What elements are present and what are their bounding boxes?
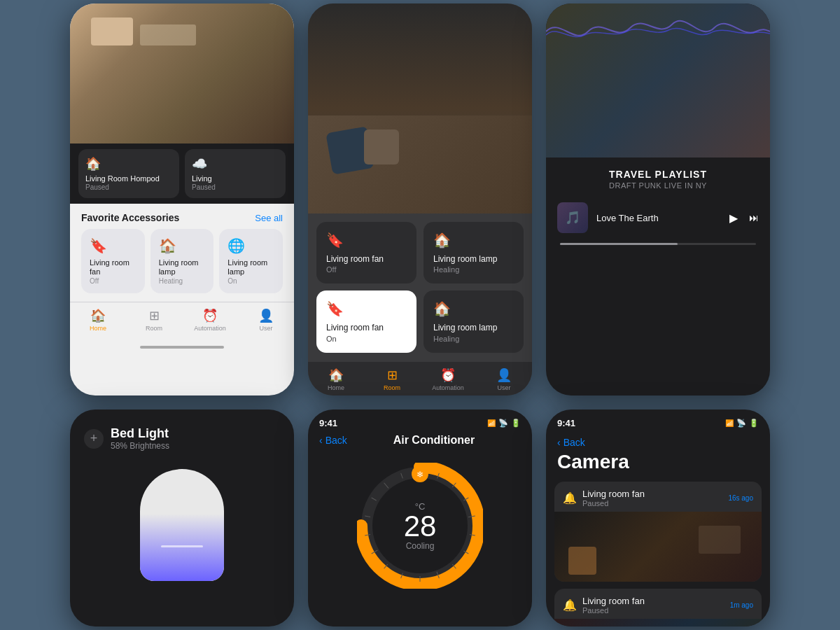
back-button-6[interactable]: ‹ Back (557, 437, 585, 448)
room-nav-label: Room (146, 325, 162, 332)
app-grid: 🏠 Living Room Hompod Paused ☁️ Living Pa… (56, 0, 784, 630)
bed-light-header: + Bed Light 58% Brightness (70, 410, 294, 462)
lamp-h2-status: Healing (433, 335, 514, 343)
music-artist: DRAFT PUNK LIVE IN NY (560, 181, 756, 190)
lamp-healing-status: Heating (159, 277, 206, 285)
favorites-title: Favorite Accessories (81, 212, 179, 223)
camera-notification-1[interactable]: 🔔 Living room fan Paused 16s ago (554, 482, 762, 582)
bottom-nav-2: 🏠 Home ⊞ Room ⏰ Automation 👤 User (308, 361, 532, 396)
device-fan-on[interactable]: 🔖 Living room fan On (316, 290, 416, 352)
accessories-grid: 🔖 Living room fan Off 🏠 Living room lamp… (70, 229, 294, 301)
signal-icon-5: 📶 (487, 419, 496, 427)
nav-home[interactable]: 🏠 Home (70, 308, 126, 332)
automation-nav-icon: ⏰ (202, 308, 218, 323)
living-status: Paused (192, 183, 279, 191)
phone-camera: 9:41 📶 📡 🔋 ‹ Back Camera 🔔 Living room f… (546, 410, 770, 626)
track-name: Love The Earth (596, 213, 721, 223)
signal-icon-6: 📶 (725, 419, 734, 427)
accessory-lamp-heating[interactable]: 🏠 Living room lamp Heating (150, 229, 214, 293)
device-fan-off[interactable]: 🔖 Living room fan Off (316, 222, 416, 284)
user2-nav-label: User (497, 384, 510, 391)
nav-user[interactable]: 👤 User (238, 308, 294, 332)
play-button[interactable]: ▶ (729, 211, 738, 225)
dial-temp: 28 (404, 512, 437, 541)
lamp-on-name: Living room lamp (227, 258, 274, 276)
phone-music-player: TRAVEL PLAYLIST DRAFT PUNK LIVE IN NY Lo… (546, 4, 770, 396)
phone-air-conditioner: 9:41 📶 📡 🔋 ‹ Back Air Conditioner (308, 410, 532, 626)
bottom-nav-1: 🏠 Home ⊞ Room ⏰ Automation 👤 User (70, 302, 294, 343)
nav2-automation[interactable]: ⏰ Automation (420, 368, 476, 391)
nav2-user[interactable]: 👤 User (476, 368, 532, 391)
lamp-glow (140, 514, 224, 581)
bell-icon-2: 🔔 (563, 598, 577, 612)
accessory-fan[interactable]: 🔖 Living room fan Off (81, 229, 145, 293)
living-icon: ☁️ (192, 156, 279, 172)
lamp-on-icon: 🌐 (227, 237, 274, 254)
notif-time-1: 16s ago (728, 494, 753, 502)
time-6: 9:41 (557, 418, 575, 428)
skip-forward-button[interactable]: ⏭ (749, 212, 759, 223)
nav2-home[interactable]: 🏠 Home (308, 368, 364, 391)
svg-text:❄: ❄ (416, 470, 424, 479)
progress-bar[interactable] (560, 243, 756, 245)
room2-nav-label: Room (384, 384, 400, 391)
time-5: 9:41 (319, 418, 337, 428)
lamp-illustration (70, 462, 294, 581)
ac-dial[interactable]: ❄ °C 28 Cooling (357, 463, 483, 589)
battery-icon-5: 🔋 (511, 419, 521, 428)
room-card-hompod[interactable]: 🏠 Living Room Hompod Paused (78, 149, 179, 198)
ac-dial-section: ❄ °C 28 Cooling (308, 452, 532, 592)
camera-notification-2[interactable]: 🔔 Living room fan Paused 1m ago (554, 589, 762, 626)
phone5-header: 9:41 📶 📡 🔋 (308, 410, 532, 431)
dial-mode: Cooling (404, 541, 437, 551)
back-chevron-5: ‹ (319, 435, 323, 446)
playlist-title: TRAVEL PLAYLIST (560, 169, 756, 180)
battery-icon-6: 🔋 (749, 419, 759, 428)
notif-time-2: 1m ago (730, 601, 753, 609)
room-card-living[interactable]: ☁️ Living Paused (185, 149, 286, 198)
lamp-h1-name: Living room lamp (433, 254, 514, 264)
camera-page-title: Camera (546, 451, 770, 482)
nav-automation[interactable]: ⏰ Automation (182, 308, 238, 332)
nav-room[interactable]: ⊞ Room (126, 308, 182, 332)
bed-light-title: Bed Light (111, 426, 169, 441)
hompod-name: Living Room Hompod (85, 174, 172, 183)
waveform-svg (546, 4, 770, 59)
device-lamp-healing-2[interactable]: 🏠 Living room lamp Healing (424, 290, 524, 352)
see-all-button[interactable]: See all (255, 213, 283, 223)
fan-on-name: Living room fan (326, 323, 407, 332)
ac-nav-row: ‹ Back Air Conditioner (308, 431, 532, 452)
phone-bed-light: + Bed Light 58% Brightness (70, 410, 294, 626)
phone-home-app: 🏠 Living Room Hompod Paused ☁️ Living Pa… (70, 4, 294, 396)
bed-light-info: Bed Light 58% Brightness (111, 426, 169, 451)
device-lamp-healing-1[interactable]: 🏠 Living room lamp Healing (424, 222, 524, 284)
home-nav-icon: 🏠 (90, 308, 106, 323)
room-nav-icon: ⊞ (149, 308, 160, 323)
notif-image-1 (554, 512, 762, 582)
fan-off-status: Off (326, 265, 407, 274)
user2-nav-icon: 👤 (496, 368, 512, 383)
lamp-healing-icon: 🏠 (159, 237, 206, 254)
accessory-lamp-on[interactable]: 🌐 Living room lamp On (219, 229, 283, 293)
fan-on-icon: 🔖 (326, 300, 407, 317)
back-button-5[interactable]: ‹ Back (319, 435, 347, 446)
room-scene-bg (308, 4, 532, 214)
status-bar-5: 9:41 (319, 418, 337, 428)
auto2-nav-icon: ⏰ (440, 368, 456, 383)
fan-on-status: On (326, 335, 407, 343)
bell-icon-1: 🔔 (563, 491, 577, 505)
plus-icon[interactable]: + (84, 429, 104, 449)
notif-device-2: Living room fan (582, 596, 645, 606)
notif-device-1: Living room fan (582, 489, 645, 499)
back-label-5: Back (326, 435, 347, 446)
nav2-room[interactable]: ⊞ Room (364, 368, 420, 391)
lamp-h1-icon: 🏠 (433, 232, 514, 248)
lamp-healing-name: Living room lamp (159, 258, 206, 276)
automation-nav-label: Automation (194, 325, 226, 332)
progress-fill (560, 243, 678, 245)
music-info-section: TRAVEL PLAYLIST DRAFT PUNK LIVE IN NY (546, 158, 770, 195)
hompod-icon: 🏠 (85, 156, 172, 172)
notif-image-2 (554, 619, 762, 626)
album-art-section (546, 4, 770, 158)
notif-device-info-1: Living room fan Paused (582, 489, 645, 507)
